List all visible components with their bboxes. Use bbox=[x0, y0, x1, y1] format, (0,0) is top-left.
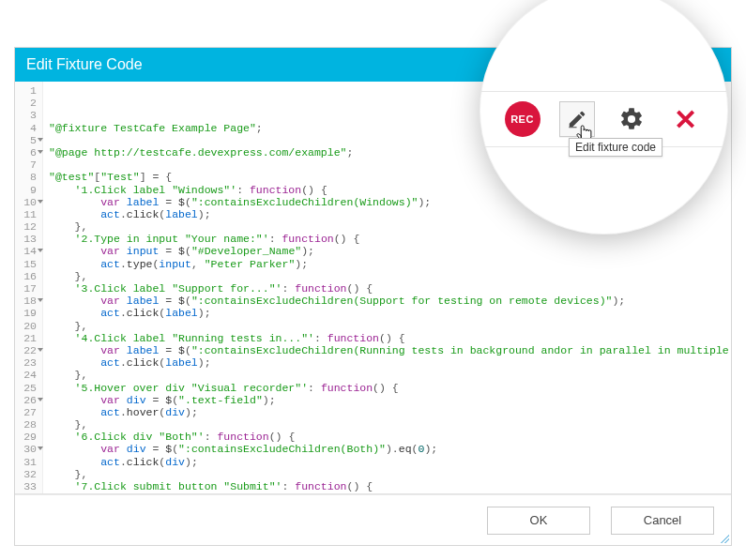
line-number[interactable]: 4 bbox=[15, 122, 37, 134]
code-line[interactable]: "@fixture TestCafe Example Page"; bbox=[49, 122, 725, 134]
ok-button[interactable]: OK bbox=[487, 507, 590, 535]
code-line[interactable]: var submitButton = $("#submit-button"); bbox=[49, 492, 725, 493]
code-line[interactable]: }, bbox=[49, 270, 725, 282]
code-line[interactable] bbox=[49, 134, 725, 146]
line-number[interactable]: 10 bbox=[15, 196, 37, 208]
code-line[interactable]: "@page http://testcafe.devexpress.com/ex… bbox=[49, 146, 725, 159]
code-line[interactable]: '2.Type in input "Your name:"': function… bbox=[49, 233, 725, 245]
code-line[interactable]: act.click(label); bbox=[49, 208, 725, 220]
line-number[interactable]: 6 bbox=[15, 146, 37, 159]
code-line[interactable]: }, bbox=[49, 220, 725, 233]
line-number[interactable]: 1 bbox=[15, 84, 37, 97]
line-number[interactable]: 13 bbox=[15, 233, 37, 245]
line-number[interactable]: 31 bbox=[15, 456, 37, 468]
line-number[interactable]: 21 bbox=[15, 332, 37, 344]
line-number[interactable]: 25 bbox=[15, 382, 37, 394]
code-line[interactable]: var label = $(":containsExcludeChildren(… bbox=[49, 344, 725, 356]
line-number[interactable]: 29 bbox=[15, 431, 37, 443]
dialog-edit-fixture-code: Edit Fixture Code ✕ 12345678910111213141… bbox=[14, 47, 732, 546]
code-line[interactable]: '7.Click submit button "Submit"': functi… bbox=[49, 480, 725, 492]
line-number[interactable]: 30 bbox=[15, 443, 37, 455]
line-number[interactable]: 24 bbox=[15, 369, 37, 381]
line-number[interactable]: 22 bbox=[15, 344, 37, 356]
code-line[interactable]: act.type(input, "Peter Parker"); bbox=[49, 258, 725, 270]
line-number[interactable]: 19 bbox=[15, 307, 37, 319]
line-number[interactable]: 7 bbox=[15, 159, 37, 171]
line-number[interactable]: 16 bbox=[15, 270, 37, 282]
line-number[interactable]: 20 bbox=[15, 320, 37, 332]
line-number-gutter[interactable]: 1234567891011121314151617181920212223242… bbox=[15, 82, 43, 493]
code-line[interactable]: var input = $("#Developer_Name"); bbox=[49, 245, 725, 257]
line-number[interactable]: 17 bbox=[15, 282, 37, 295]
code-line[interactable]: act.click(div); bbox=[49, 456, 725, 468]
cancel-button[interactable]: Cancel bbox=[611, 507, 714, 535]
line-number[interactable]: 32 bbox=[15, 468, 37, 480]
dialog-title: Edit Fixture Code bbox=[26, 56, 704, 73]
line-number[interactable]: 9 bbox=[15, 184, 37, 196]
code-line[interactable]: }, bbox=[49, 468, 725, 480]
code-line[interactable]: var label = $(":containsExcludeChildren(… bbox=[49, 196, 725, 208]
line-number[interactable]: 11 bbox=[15, 208, 37, 220]
code-line[interactable]: '6.Click div "Both"': function() { bbox=[49, 431, 725, 443]
line-number[interactable]: 27 bbox=[15, 406, 37, 418]
code-line[interactable]: '3.Click label "Support for..."': functi… bbox=[49, 282, 725, 295]
code-area[interactable]: "@fixture TestCafe Example Page";"@page … bbox=[43, 82, 731, 493]
line-number[interactable]: 28 bbox=[15, 418, 37, 431]
resize-grip-icon[interactable] bbox=[720, 534, 729, 543]
line-number[interactable]: 23 bbox=[15, 356, 37, 369]
titlebar[interactable]: Edit Fixture Code ✕ bbox=[15, 48, 731, 82]
line-number[interactable]: 15 bbox=[15, 258, 37, 270]
line-number[interactable]: 3 bbox=[15, 109, 37, 121]
code-line[interactable]: act.click(label); bbox=[49, 356, 725, 369]
code-editor[interactable]: 1234567891011121314151617181920212223242… bbox=[15, 82, 731, 494]
line-number[interactable]: 33 bbox=[15, 480, 37, 492]
code-line[interactable]: act.click(label); bbox=[49, 307, 725, 319]
line-number[interactable]: 8 bbox=[15, 171, 37, 183]
code-line[interactable]: '1.Click label "Windows"': function() { bbox=[49, 184, 725, 196]
code-line[interactable]: var div = $(".text-field"); bbox=[49, 394, 725, 406]
close-icon[interactable]: ✕ bbox=[704, 55, 720, 74]
code-line[interactable]: '4.Click label "Running tests in..."': f… bbox=[49, 332, 725, 344]
code-line[interactable]: var div = $(":containsExcludeChildren(Bo… bbox=[49, 443, 725, 455]
code-line[interactable]: var label = $(":containsExcludeChildren(… bbox=[49, 295, 725, 307]
line-number[interactable]: 5 bbox=[15, 134, 37, 146]
line-number[interactable]: 2 bbox=[15, 97, 37, 109]
dialog-footer: OK Cancel bbox=[15, 494, 731, 545]
line-number[interactable]: 14 bbox=[15, 245, 37, 257]
code-line[interactable]: }, bbox=[49, 418, 725, 431]
code-line[interactable]: act.hover(div); bbox=[49, 406, 725, 418]
code-line[interactable]: }, bbox=[49, 320, 725, 332]
line-number[interactable]: 12 bbox=[15, 220, 37, 233]
code-line[interactable]: "@test"["Test"] = { bbox=[49, 171, 725, 183]
code-line[interactable] bbox=[49, 159, 725, 171]
line-number[interactable]: 26 bbox=[15, 394, 37, 406]
line-number[interactable]: 18 bbox=[15, 295, 37, 307]
code-line[interactable]: }, bbox=[49, 369, 725, 381]
code-line[interactable]: '5.Hover over div "Visual recorder"': fu… bbox=[49, 382, 725, 394]
